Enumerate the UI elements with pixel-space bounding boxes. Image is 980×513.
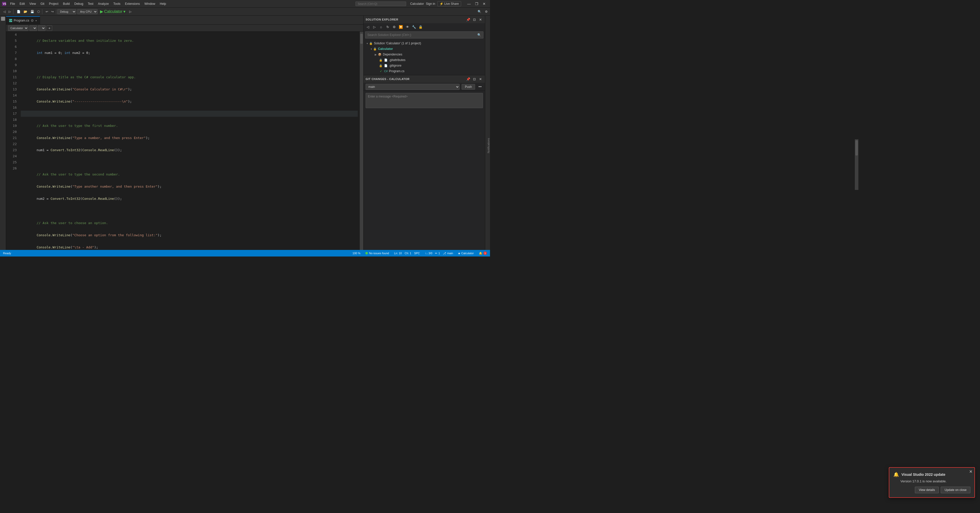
line-col-status[interactable]: Ln: 10 Ch: 1 SPC xyxy=(393,250,421,256)
code-content[interactable]: // Declare variables and then initialize… xyxy=(19,32,360,250)
undo-redo: ↩ ↪ xyxy=(43,9,56,14)
git-commit-message[interactable]: Enter a message <Required> xyxy=(366,93,483,108)
branch-selector[interactable]: main xyxy=(366,84,460,90)
run-button[interactable]: ▶ Calculator ▾ xyxy=(99,9,127,14)
ch-label: Ch: 1 xyxy=(405,252,411,255)
undo-button[interactable]: ↩ xyxy=(45,9,49,14)
start-without-debug[interactable]: ▷ xyxy=(128,9,133,14)
scope-selector[interactable] xyxy=(38,25,46,31)
sol-tb-filter[interactable]: 🔽 xyxy=(398,24,404,30)
git-close-button[interactable]: ✕ xyxy=(478,76,483,81)
status-bar: Ready 100 % No issues found Ln: 10 Ch: 1… xyxy=(0,250,490,256)
tree-dependencies[interactable]: ▶ 📦 Dependencies xyxy=(364,52,485,57)
notifications-label[interactable]: Notifications xyxy=(487,138,490,153)
git-changes-panel: Git Changes - Calculator 📌 ⊡ ✕ main Push… xyxy=(364,75,485,250)
add-nav-button[interactable]: + xyxy=(47,25,52,31)
solution-search-input[interactable] xyxy=(368,33,477,37)
minimize-button[interactable]: — xyxy=(465,0,473,8)
live-share-button[interactable]: ⚡ Live Share xyxy=(437,1,461,6)
sol-tb-preview[interactable]: 👁 xyxy=(405,24,410,30)
close-button[interactable]: ✕ xyxy=(480,0,488,8)
app-deploy-icon: ◈ xyxy=(458,252,460,255)
main-container: C# Program.cs ⚙ ▾ Calculator + 4 5 xyxy=(0,16,490,250)
menu-test[interactable]: Test xyxy=(86,2,95,6)
zoom-label: 100 % xyxy=(352,252,360,255)
solution-icon: 🔒 xyxy=(369,41,373,45)
lock-icon-2: 🔒 xyxy=(379,64,383,68)
green-dot-icon xyxy=(365,252,368,254)
ready-status: Ready xyxy=(2,250,12,256)
program-cs-label: Program.cs xyxy=(389,69,404,73)
toolbox-icon[interactable] xyxy=(1,17,5,21)
code-line-20: Console.WriteLine("Choose an option from… xyxy=(21,232,358,238)
save-button[interactable]: 💾 xyxy=(29,9,35,14)
menu-window[interactable]: Window xyxy=(142,2,158,6)
menu-debug[interactable]: Debug xyxy=(72,2,85,6)
git-more-button[interactable]: ••• xyxy=(477,84,483,89)
maximize-button[interactable]: ❐ xyxy=(473,0,480,8)
sol-tb-settings[interactable]: ⚙ xyxy=(391,24,397,30)
open-file-button[interactable]: 📂 xyxy=(22,9,29,14)
chevron-down-icon: ▾ xyxy=(367,42,368,45)
no-issues-label: No issues found xyxy=(369,252,389,255)
editor-nav-bar: Calculator + xyxy=(6,25,363,32)
sol-close-button[interactable]: ✕ xyxy=(478,17,483,22)
sol-tb-wrench[interactable]: 🔧 xyxy=(411,24,417,30)
chevron-right-icon: ▶ xyxy=(375,53,377,56)
tab-program-cs[interactable]: C# Program.cs ⚙ ▾ xyxy=(6,16,40,24)
forward-button[interactable]: ▷ xyxy=(7,9,12,14)
toolbar-extra-1[interactable]: 🔍 xyxy=(476,9,483,14)
menu-help[interactable]: Help xyxy=(158,2,168,6)
sol-tb-forward[interactable]: ▷ xyxy=(372,24,377,30)
sol-pin-button[interactable]: 📌 xyxy=(466,17,471,22)
sol-float-button[interactable]: ⊡ xyxy=(472,17,477,22)
git-status[interactable]: ↑↓ 3/0 ✏ 1 ⎇ main xyxy=(424,250,454,256)
back-button[interactable]: ◁ xyxy=(2,9,7,14)
menu-file[interactable]: File xyxy=(8,2,17,6)
no-issues-status[interactable]: No issues found xyxy=(364,250,390,256)
config-select[interactable]: Debug Release xyxy=(57,9,76,14)
search-input[interactable] xyxy=(355,2,406,6)
solution-explorer-section: Solution Explorer 📌 ⊡ ✕ ◁ ▷ ⌂ ↻ ⚙ 🔽 👁 🔧 … xyxy=(364,16,485,75)
platform-select[interactable]: Any CPU x64 xyxy=(77,9,97,14)
menu-extensions[interactable]: Extensions xyxy=(123,2,142,6)
menu-build[interactable]: Build xyxy=(61,2,72,6)
menu-view[interactable]: View xyxy=(27,2,38,6)
status-right: 100 % No issues found Ln: 10 Ch: 1 SPC ↑… xyxy=(352,250,488,256)
new-file-button[interactable]: 📄 xyxy=(16,9,22,14)
member-selector[interactable] xyxy=(29,25,37,31)
class-selector[interactable]: Calculator xyxy=(8,25,29,31)
notification-count: 1 xyxy=(484,251,487,255)
sol-tb-lock[interactable]: 🔒 xyxy=(418,24,423,30)
menu-tools[interactable]: Tools xyxy=(111,2,123,6)
zoom-level[interactable]: 100 % xyxy=(352,250,361,256)
toolbar-extra-2[interactable]: ⚙ xyxy=(484,9,489,14)
vertical-scrollbar[interactable] xyxy=(360,32,363,250)
spc-label: SPC xyxy=(414,252,420,255)
solution-root-label: Solution 'Calculator' (1 of 1 project) xyxy=(374,41,421,45)
tree-gitignore[interactable]: 🔒 📄 .gitignore xyxy=(364,63,485,68)
notification-status[interactable]: 🔔 1 xyxy=(478,250,488,256)
tree-gitattributes[interactable]: 🔒 📄 .gitattributes xyxy=(364,57,485,63)
push-button[interactable]: Push xyxy=(461,84,475,90)
tree-calculator-project[interactable]: ▾ 🔒 Calculator xyxy=(364,46,485,52)
save-all-button[interactable]: ⬡ xyxy=(36,9,41,14)
git-float-button[interactable]: ⊡ xyxy=(472,76,477,81)
tree-solution-root[interactable]: ▾ 🔒 Solution 'Calculator' (1 of 1 projec… xyxy=(364,41,485,46)
app-status[interactable]: ◈ Calculator xyxy=(457,250,475,256)
sol-tb-home[interactable]: ⌂ xyxy=(378,24,384,30)
code-line-11: // Ask the user to type the first number… xyxy=(21,123,358,129)
sign-in-link[interactable]: Sign in xyxy=(426,2,435,6)
title-bar: VS File Edit View Git Project Build Debu… xyxy=(0,0,490,8)
menu-project[interactable]: Project xyxy=(47,2,60,6)
menu-edit[interactable]: Edit xyxy=(18,2,27,6)
code-line-10 xyxy=(21,111,358,117)
git-pin-button[interactable]: 📌 xyxy=(466,76,471,81)
sol-tb-sync[interactable]: ↻ xyxy=(385,24,390,30)
menu-git[interactable]: Git xyxy=(38,2,46,6)
menu-analyze[interactable]: Analyze xyxy=(96,2,111,6)
redo-button[interactable]: ↪ xyxy=(50,9,55,14)
tree-program-cs[interactable]: ✓ C# Program.cs xyxy=(364,68,485,74)
sol-tb-back[interactable]: ◁ xyxy=(365,24,371,30)
git-arrows-label: ↑↓ 3/0 xyxy=(425,252,432,255)
